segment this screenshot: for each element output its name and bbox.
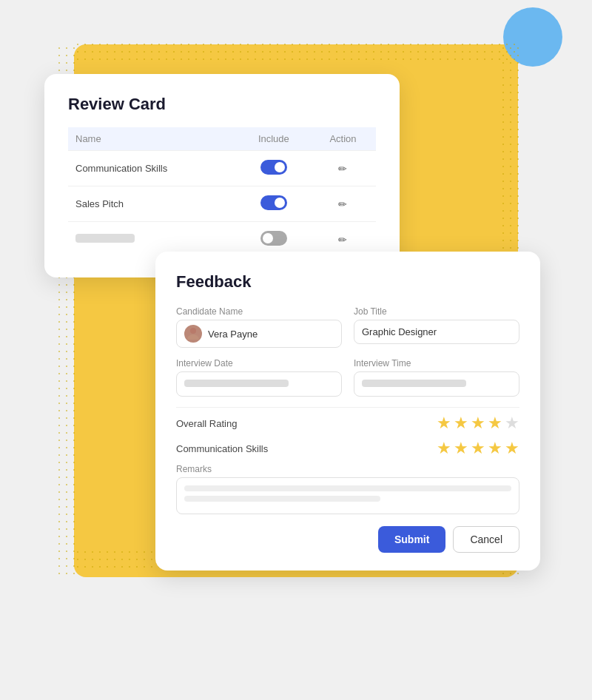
job-title-input[interactable] bbox=[354, 320, 519, 344]
overall-rating-label: Overall Rating bbox=[176, 418, 237, 429]
candidate-name-value: Vera Payne bbox=[208, 329, 258, 340]
interview-time-input[interactable] bbox=[354, 371, 519, 397]
divider bbox=[176, 407, 519, 408]
review-card-title: Review Card bbox=[68, 95, 376, 114]
candidate-name-input[interactable]: Vera Payne bbox=[176, 320, 342, 348]
table-row: Communication Skills ✏ bbox=[68, 151, 376, 186]
comm-rating-row: Communication Skills ★ ★ ★ ★ ★ bbox=[176, 439, 519, 458]
job-title-label: Job Title bbox=[354, 306, 519, 317]
toggle-communication[interactable] bbox=[260, 160, 287, 175]
cancel-button[interactable]: Cancel bbox=[453, 526, 519, 553]
toggle-placeholder[interactable] bbox=[260, 231, 287, 246]
star-2[interactable]: ★ bbox=[454, 414, 468, 433]
star-4[interactable]: ★ bbox=[488, 414, 502, 433]
interview-time-group: Interview Time bbox=[354, 358, 519, 397]
toggle-cell[interactable] bbox=[238, 186, 310, 222]
table-row: Sales Pitch ✏ bbox=[68, 186, 376, 222]
star-5[interactable]: ★ bbox=[505, 439, 519, 458]
candidate-name-group: Candidate Name Vera Payne bbox=[176, 306, 342, 348]
interview-date-label: Interview Date bbox=[176, 358, 342, 368]
feedback-title: Feedback bbox=[176, 272, 519, 292]
date-placeholder bbox=[184, 380, 289, 387]
star-2[interactable]: ★ bbox=[454, 439, 468, 458]
overall-rating-stars[interactable]: ★ ★ ★ ★ ★ bbox=[437, 414, 519, 433]
remarks-box[interactable] bbox=[176, 477, 519, 514]
toggle-thumb bbox=[263, 233, 273, 243]
toggle-track bbox=[260, 160, 287, 175]
time-placeholder bbox=[362, 380, 466, 387]
action-row: Submit Cancel bbox=[176, 526, 519, 553]
toggle-track bbox=[260, 231, 287, 246]
toggle-cell[interactable] bbox=[238, 151, 310, 186]
star-1[interactable]: ★ bbox=[437, 414, 451, 433]
star-3[interactable]: ★ bbox=[471, 439, 485, 458]
star-4[interactable]: ★ bbox=[488, 439, 502, 458]
comm-rating-stars[interactable]: ★ ★ ★ ★ ★ bbox=[437, 439, 519, 458]
col-header-action: Action bbox=[310, 127, 376, 151]
col-header-name: Name bbox=[68, 127, 238, 151]
toggle-track bbox=[260, 195, 287, 210]
interview-time-label: Interview Time bbox=[354, 358, 519, 368]
edit-icon[interactable]: ✏ bbox=[338, 234, 347, 246]
submit-button[interactable]: Submit bbox=[378, 526, 445, 553]
svg-point-0 bbox=[190, 328, 196, 334]
toggle-sales-pitch[interactable] bbox=[260, 195, 287, 210]
placeholder-bar bbox=[75, 234, 135, 243]
form-row-dates: Interview Date Interview Time bbox=[176, 358, 519, 397]
edit-icon[interactable]: ✏ bbox=[338, 198, 347, 210]
star-3[interactable]: ★ bbox=[471, 414, 485, 433]
feedback-card: Feedback Candidate Name Vera Payne Job T… bbox=[155, 252, 540, 571]
scene: Review Card Name Include Action Communic… bbox=[0, 0, 592, 700]
remarks-line-1 bbox=[184, 485, 511, 491]
star-1[interactable]: ★ bbox=[437, 439, 451, 458]
overall-rating-row: Overall Rating ★ ★ ★ ★ ★ bbox=[176, 414, 519, 433]
action-cell: ✏ bbox=[310, 151, 376, 186]
action-cell: ✏ bbox=[310, 186, 376, 222]
interview-date-input[interactable] bbox=[176, 371, 342, 397]
remarks-label: Remarks bbox=[176, 464, 519, 474]
row-name: Sales Pitch bbox=[68, 186, 238, 222]
job-title-group: Job Title bbox=[354, 306, 519, 348]
toggle-thumb bbox=[275, 198, 285, 208]
toggle-thumb bbox=[275, 162, 285, 172]
remarks-line-2 bbox=[184, 496, 380, 502]
interview-date-group: Interview Date bbox=[176, 358, 342, 397]
col-header-include: Include bbox=[238, 127, 310, 151]
row-name: Communication Skills bbox=[68, 151, 238, 186]
form-row-names: Candidate Name Vera Payne Job Title bbox=[176, 306, 519, 348]
review-table: Name Include Action Communication Skills bbox=[68, 127, 376, 257]
avatar bbox=[184, 325, 202, 343]
star-5[interactable]: ★ bbox=[505, 414, 519, 433]
review-card: Review Card Name Include Action Communic… bbox=[44, 74, 400, 277]
edit-icon[interactable]: ✏ bbox=[338, 163, 347, 175]
dots-top bbox=[74, 41, 518, 63]
comm-rating-label: Communication Skills bbox=[176, 443, 268, 454]
candidate-name-label: Candidate Name bbox=[176, 306, 342, 317]
